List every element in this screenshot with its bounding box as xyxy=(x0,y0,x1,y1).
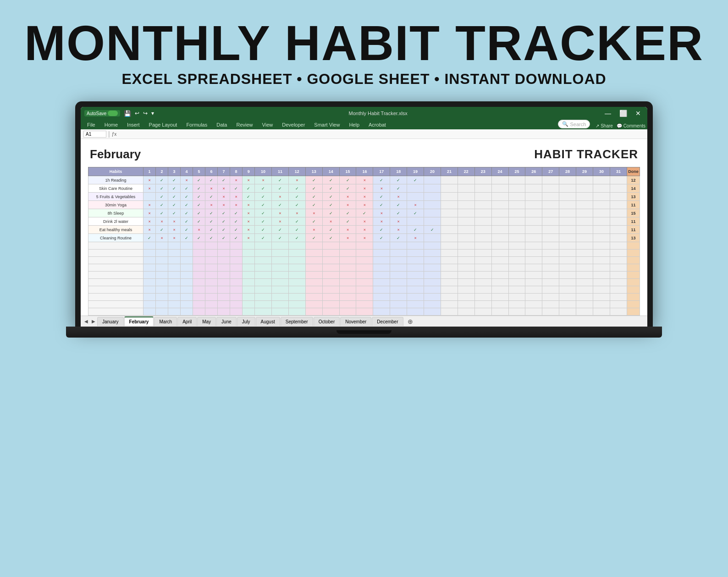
empty-day-24[interactable] xyxy=(491,308,508,316)
day-cell-3[interactable]: × xyxy=(168,226,181,234)
empty-day-27[interactable] xyxy=(542,242,559,250)
day-cell-29[interactable] xyxy=(576,193,593,201)
day-cell-15[interactable]: × xyxy=(339,226,356,234)
day-cell-17[interactable]: × xyxy=(373,184,390,193)
empty-day-18[interactable] xyxy=(390,250,407,257)
day-cell-5[interactable]: ✓ xyxy=(193,201,205,209)
day-cell-11[interactable]: ✓ xyxy=(272,226,289,234)
empty-day-2[interactable] xyxy=(156,286,168,294)
empty-day-26[interactable] xyxy=(525,250,542,257)
empty-day-27[interactable] xyxy=(542,286,559,294)
empty-day-25[interactable] xyxy=(508,257,525,264)
day-cell-4[interactable]: ✓ xyxy=(181,184,193,193)
empty-day-9[interactable] xyxy=(243,294,255,301)
empty-day-3[interactable] xyxy=(168,264,181,272)
ribbon-tab-data[interactable]: Data xyxy=(212,120,232,129)
day-cell-5[interactable]: × xyxy=(193,226,205,234)
day-cell-31[interactable] xyxy=(610,217,627,226)
sheet-tab-prev[interactable]: ◀ xyxy=(83,318,90,325)
day-cell-9[interactable]: × xyxy=(243,201,255,209)
day-cell-24[interactable] xyxy=(491,184,508,193)
day-cell-13[interactable]: ✓ xyxy=(305,193,322,201)
empty-day-9[interactable] xyxy=(243,308,255,316)
day-cell-3[interactable]: ✓ xyxy=(168,176,181,184)
empty-day-1[interactable] xyxy=(143,242,156,250)
empty-day-28[interactable] xyxy=(559,264,576,272)
empty-day-30[interactable] xyxy=(593,301,610,308)
day-cell-26[interactable] xyxy=(525,217,542,226)
empty-day-6[interactable] xyxy=(205,264,218,272)
ribbon-tab-acrobat[interactable]: Acrobat xyxy=(364,120,391,129)
empty-day-1[interactable] xyxy=(143,264,156,272)
day-cell-4[interactable]: ✓ xyxy=(181,193,193,201)
empty-day-3[interactable] xyxy=(168,242,181,250)
empty-day-15[interactable] xyxy=(339,264,356,272)
empty-day-16[interactable] xyxy=(356,272,373,279)
day-cell-12[interactable]: × xyxy=(288,176,305,184)
empty-day-5[interactable] xyxy=(193,294,205,301)
empty-day-6[interactable] xyxy=(205,286,218,294)
empty-day-14[interactable] xyxy=(322,308,339,316)
empty-day-27[interactable] xyxy=(542,272,559,279)
empty-day-17[interactable] xyxy=(373,286,390,294)
day-cell-28[interactable] xyxy=(559,234,576,242)
day-cell-15[interactable]: ✓ xyxy=(339,184,356,193)
empty-day-1[interactable] xyxy=(143,279,156,286)
empty-day-10[interactable] xyxy=(255,257,272,264)
day-cell-22[interactable] xyxy=(458,234,474,242)
day-cell-2[interactable]: ✓ xyxy=(156,209,168,217)
day-cell-6[interactable]: ✓ xyxy=(205,234,218,242)
empty-day-11[interactable] xyxy=(272,294,289,301)
window-maximize-btn[interactable]: ⬜ xyxy=(617,109,630,118)
day-cell-19[interactable]: × xyxy=(407,201,424,209)
day-cell-31[interactable] xyxy=(610,226,627,234)
empty-day-4[interactable] xyxy=(181,242,193,250)
day-cell-16[interactable]: × xyxy=(356,234,373,242)
empty-day-7[interactable] xyxy=(218,301,230,308)
empty-day-19[interactable] xyxy=(407,279,424,286)
day-cell-4[interactable]: ✓ xyxy=(181,217,193,226)
empty-day-11[interactable] xyxy=(272,279,289,286)
empty-day-22[interactable] xyxy=(458,264,474,272)
empty-day-24[interactable] xyxy=(491,264,508,272)
empty-day-15[interactable] xyxy=(339,286,356,294)
empty-day-26[interactable] xyxy=(525,308,542,316)
empty-day-25[interactable] xyxy=(508,242,525,250)
day-cell-11[interactable]: ✓ xyxy=(272,201,289,209)
empty-day-18[interactable] xyxy=(390,294,407,301)
empty-day-23[interactable] xyxy=(474,257,491,264)
empty-day-6[interactable] xyxy=(205,308,218,316)
day-cell-4[interactable]: ✓ xyxy=(181,234,193,242)
window-close-btn[interactable]: ✕ xyxy=(633,109,644,118)
day-cell-5[interactable]: ✓ xyxy=(193,234,205,242)
day-cell-15[interactable]: ✓ xyxy=(339,176,356,184)
day-cell-22[interactable] xyxy=(458,209,474,217)
day-cell-9[interactable]: × xyxy=(243,176,255,184)
day-cell-27[interactable] xyxy=(542,176,559,184)
day-cell-13[interactable]: ✓ xyxy=(305,176,322,184)
day-cell-13[interactable]: × xyxy=(305,209,322,217)
empty-day-1[interactable] xyxy=(143,257,156,264)
toolbar-icon-more[interactable]: ▾ xyxy=(151,110,154,117)
empty-day-12[interactable] xyxy=(288,294,305,301)
day-cell-18[interactable]: × xyxy=(390,226,407,234)
empty-day-15[interactable] xyxy=(339,308,356,316)
day-cell-20[interactable] xyxy=(424,209,441,217)
empty-day-18[interactable] xyxy=(390,242,407,250)
empty-day-20[interactable] xyxy=(424,301,441,308)
day-cell-30[interactable] xyxy=(593,209,610,217)
day-cell-22[interactable] xyxy=(458,201,474,209)
day-cell-27[interactable] xyxy=(542,209,559,217)
sheet-tab-june[interactable]: June xyxy=(216,317,237,326)
day-cell-3[interactable]: ✓ xyxy=(168,193,181,201)
empty-day-14[interactable] xyxy=(322,272,339,279)
day-cell-1[interactable]: × xyxy=(143,184,156,193)
day-cell-22[interactable] xyxy=(458,226,474,234)
day-cell-7[interactable]: × xyxy=(218,201,230,209)
empty-day-16[interactable] xyxy=(356,250,373,257)
empty-day-13[interactable] xyxy=(305,308,322,316)
day-cell-24[interactable] xyxy=(491,226,508,234)
ribbon-tab-developer[interactable]: Developer xyxy=(277,120,309,129)
sheet-tab-february[interactable]: February xyxy=(124,316,154,326)
empty-day-11[interactable] xyxy=(272,242,289,250)
